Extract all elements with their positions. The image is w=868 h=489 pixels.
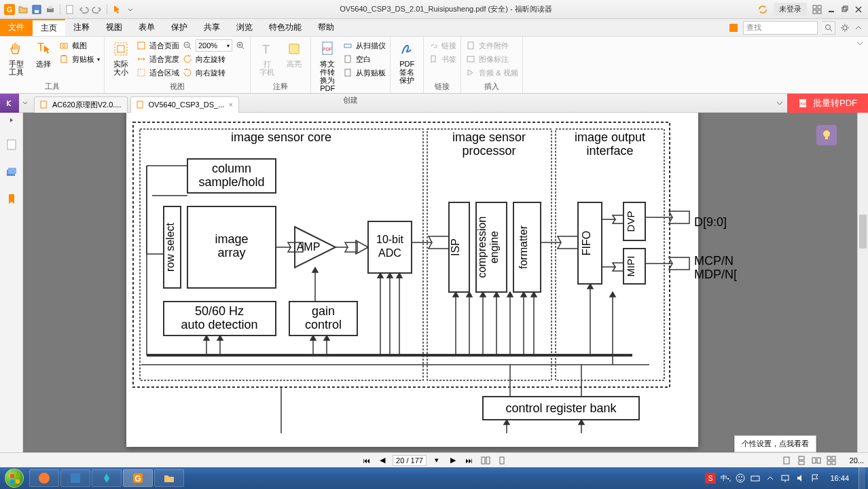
page-dropdown-icon[interactable]: ▾	[431, 455, 443, 466]
image-annot-button[interactable]: 图像标注	[465, 53, 518, 65]
actual-size-button[interactable]: 实际 大小	[109, 38, 133, 77]
qat-dropdown-icon[interactable]	[125, 4, 136, 15]
expand-sidebar-icon[interactable]	[8, 117, 15, 124]
login-button[interactable]: 未登录	[774, 3, 807, 16]
bookmark-button[interactable]: 书签	[428, 53, 456, 65]
tray-network-icon[interactable]	[780, 473, 791, 484]
cursor-icon[interactable]	[111, 4, 122, 15]
tab-protect[interactable]: 保护	[163, 19, 196, 36]
tab-annotate[interactable]: 注释	[65, 19, 98, 36]
open-icon[interactable]	[18, 4, 29, 15]
pdf-sign-button[interactable]: PDF 签名 保护	[395, 38, 419, 86]
fit-page-button[interactable]: 适合页面	[136, 39, 179, 52]
search-input[interactable]: 查找	[743, 21, 818, 35]
tip-bubble[interactable]: 个性设置，点我看看	[734, 435, 816, 452]
tab-menu-icon[interactable]	[772, 100, 787, 107]
bookmark-panel-icon[interactable]	[5, 193, 18, 205]
zoom-select[interactable]: 200%▾	[196, 39, 232, 52]
task-app-1[interactable]	[29, 469, 59, 487]
show-desktop-button[interactable]	[858, 467, 865, 489]
dual-page-icon[interactable]	[480, 455, 492, 466]
tab-form[interactable]: 表单	[130, 19, 163, 36]
fit-width-button[interactable]: 适合宽度	[136, 53, 179, 65]
prev-page-button[interactable]: ◀	[376, 455, 388, 466]
maximize-button[interactable]	[841, 5, 849, 14]
page-thumb-icon[interactable]	[5, 139, 18, 151]
vertical-scrollbar[interactable]	[857, 113, 868, 467]
convert-to-pdf-button[interactable]: PDF将文件转 换为PDF	[315, 38, 340, 94]
search-button[interactable]	[822, 21, 835, 35]
rotate-left-button[interactable]: 向左旋转	[182, 53, 246, 65]
zoom-in-icon[interactable]	[235, 40, 246, 51]
tab-special[interactable]: 特色功能	[261, 19, 310, 36]
tab-view[interactable]: 视图	[98, 19, 130, 36]
redo-icon[interactable]	[92, 4, 103, 15]
tray-keyboard-icon[interactable]	[750, 473, 761, 484]
tray-smile-icon[interactable]	[735, 473, 746, 484]
save-icon[interactable]	[31, 4, 42, 15]
tray-lang-icon[interactable]: 中 •,	[720, 473, 731, 484]
tray-flag-icon[interactable]	[810, 473, 820, 484]
tray-volume-icon[interactable]	[795, 473, 806, 484]
tray-ime-icon[interactable]: S	[705, 473, 716, 484]
undo-icon[interactable]	[78, 4, 89, 15]
rotate-right-button[interactable]: 向右旋转	[182, 67, 246, 79]
close-button[interactable]	[854, 5, 863, 14]
zoom-out-icon[interactable]	[182, 40, 193, 51]
document-viewport[interactable]: OV5640 image sensor core image sensorpro…	[23, 113, 857, 467]
select-tool-button[interactable]: T选择	[31, 38, 56, 69]
print-icon[interactable]	[45, 4, 56, 15]
blank-page-button[interactable]: 空白	[342, 53, 386, 65]
view-facing-icon[interactable]	[812, 456, 821, 465]
collapse-caret-icon[interactable]	[856, 39, 864, 48]
from-clipboard-button[interactable]: 从剪贴板	[342, 67, 386, 79]
clipboard-button[interactable]: 剪贴板▾	[58, 53, 100, 65]
page-number-input[interactable]: 20 / 177	[393, 455, 427, 466]
typewriter-button[interactable]: T打 字机	[255, 38, 279, 77]
hand-tool-button[interactable]: 手型 工具	[4, 38, 29, 77]
gear-icon[interactable]	[839, 22, 850, 33]
first-page-button[interactable]: ⏮	[360, 455, 372, 466]
collapse-ribbon-icon[interactable]	[854, 24, 863, 32]
sync-icon[interactable]	[757, 4, 768, 15]
group-label-view: 视图	[109, 80, 246, 93]
hint-lightbulb-icon[interactable]	[816, 125, 837, 145]
tab-file[interactable]: 文件	[0, 19, 33, 36]
tab-expand-icon[interactable]	[19, 101, 31, 106]
close-tab-icon[interactable]: ×	[228, 101, 232, 109]
task-app-3[interactable]	[92, 469, 122, 487]
grid-icon[interactable]	[812, 5, 822, 14]
next-page-button[interactable]: ▶	[447, 455, 459, 466]
tab-help[interactable]: 帮助	[310, 19, 342, 36]
vscroll-thumb[interactable]	[859, 215, 867, 249]
file-attachment-button[interactable]: 文件附件	[465, 39, 518, 52]
last-page-button[interactable]: ⏭	[463, 455, 475, 466]
clock[interactable]: 16:44	[825, 474, 854, 482]
doc-tab-1[interactable]: AC620原理图V2.0....	[34, 96, 128, 113]
tab-home[interactable]: 主页	[33, 19, 65, 36]
new-doc-icon[interactable]	[65, 4, 75, 15]
continuous-page-icon[interactable]	[496, 455, 508, 466]
highlight-button[interactable]: 高亮	[282, 38, 306, 69]
fit-area-button[interactable]: 适合区域	[136, 67, 179, 79]
batch-convert-button[interactable]: PDF批量转PDF	[787, 94, 868, 113]
task-explorer[interactable]	[154, 469, 184, 487]
start-button[interactable]	[0, 467, 29, 489]
tab-share[interactable]: 共享	[196, 19, 228, 36]
snapshot-button[interactable]: 截图	[58, 39, 100, 52]
task-foxit[interactable]: G	[123, 469, 153, 487]
layers-icon[interactable]	[5, 166, 18, 178]
view-continuous-icon[interactable]	[797, 456, 806, 465]
doc-tab-2[interactable]: OV5640_CSP3_DS_...×	[130, 96, 239, 113]
media-button[interactable]: 音频 & 视频	[465, 67, 518, 79]
from-scanner-button[interactable]: 从扫描仪	[342, 39, 386, 52]
sidebar-toggle[interactable]	[0, 94, 19, 113]
view-grid-icon[interactable]	[827, 456, 836, 465]
task-app-2[interactable]	[60, 469, 90, 487]
view-single-icon[interactable]	[782, 456, 791, 465]
tray-chevron-icon[interactable]	[765, 473, 776, 484]
app-icon: G	[4, 4, 15, 15]
minimize-button[interactable]	[827, 5, 835, 14]
link-button[interactable]: 链接	[428, 39, 456, 52]
tab-browse[interactable]: 浏览	[228, 19, 261, 36]
